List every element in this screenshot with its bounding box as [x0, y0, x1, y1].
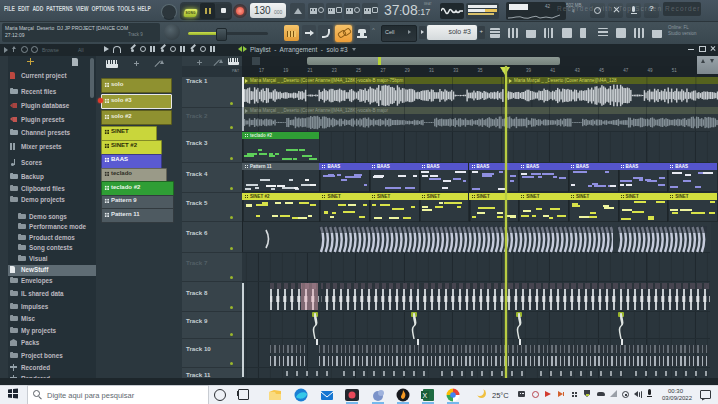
- svg-text:X: X: [423, 392, 428, 399]
